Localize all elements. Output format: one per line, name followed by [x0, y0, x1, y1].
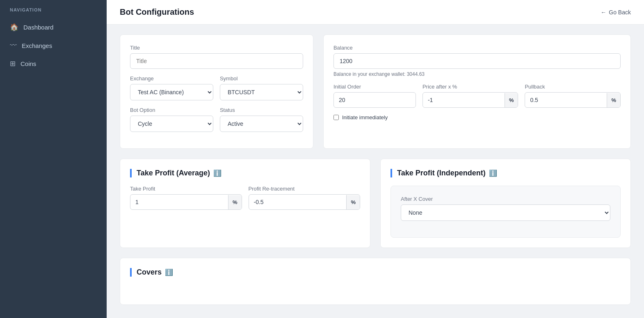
- take-profit-average-title: Take Profit (Average): [137, 169, 210, 177]
- order-price-pullback-row: Initial Order Price after x % % Pull: [333, 84, 621, 108]
- coins-icon: ⊞: [10, 59, 16, 68]
- balance-note: Balance in your exchange wallet: 3044.63: [333, 71, 621, 77]
- take-profit-average-header: Take Profit (Average) ℹ️: [130, 169, 360, 177]
- take-profit-label: Take Profit: [130, 186, 242, 192]
- take-profit-input[interactable]: [130, 195, 228, 209]
- price-after-input-wrap: %: [422, 92, 518, 108]
- pullback-input[interactable]: [525, 93, 607, 107]
- symbol-label: Symbol: [220, 75, 303, 82]
- go-back-label: Go Back: [609, 9, 631, 16]
- status-field-group: Status Active Inactive: [220, 107, 303, 132]
- title-field-group: Title: [130, 45, 303, 69]
- covers-info-icon[interactable]: ℹ️: [165, 268, 173, 276]
- config-card: Title Exchange Test AC (Binance) Symbol: [120, 34, 313, 149]
- sidebar-item-label: Exchanges: [22, 42, 52, 49]
- pullback-input-wrap: %: [525, 92, 621, 108]
- page-header: Bot Configurations ← Go Back: [107, 0, 644, 25]
- bot-option-select[interactable]: Cycle: [130, 116, 213, 132]
- symbol-select[interactable]: BTCUSDT: [220, 84, 303, 100]
- sidebar: Navigation 🏠 Dashboard 〰 Exchanges ⊞ Coi…: [0, 0, 107, 318]
- go-back-button[interactable]: ← Go Back: [601, 9, 631, 16]
- profit-retrace-suffix: %: [346, 195, 360, 209]
- title-input[interactable]: [130, 53, 303, 69]
- after-x-cover-select[interactable]: None: [401, 204, 610, 221]
- initial-order-input[interactable]: [334, 93, 416, 107]
- symbol-field-group: Symbol BTCUSDT: [220, 75, 303, 100]
- main-content: Bot Configurations ← Go Back Title Excha…: [107, 0, 644, 318]
- initiate-checkbox[interactable]: [333, 115, 339, 120]
- after-x-cover-group: After X Cover None: [401, 196, 610, 221]
- sidebar-item-dashboard[interactable]: 🏠 Dashboard: [0, 18, 107, 36]
- take-profit-independent-info-icon[interactable]: ℹ️: [489, 169, 497, 177]
- home-icon: 🏠: [10, 23, 18, 32]
- bot-option-field-group: Bot Option Cycle: [130, 107, 213, 132]
- covers-card: Covers ℹ️: [120, 258, 631, 305]
- exchange-label: Exchange: [130, 75, 213, 82]
- take-profit-group: Take Profit %: [130, 186, 242, 210]
- balance-input[interactable]: [333, 53, 621, 69]
- page-content: Title Exchange Test AC (Binance) Symbol: [107, 25, 644, 315]
- pullback-label: Pullback: [525, 84, 621, 90]
- take-profit-independent-card: Take Profit (Independent) ℹ️ After X Cov…: [380, 159, 631, 248]
- exchanges-icon: 〰: [10, 41, 17, 50]
- take-profit-independent-title: Take Profit (Independent): [397, 169, 486, 177]
- pullback-group: Pullback %: [525, 84, 621, 108]
- price-after-group: Price after x % %: [422, 84, 518, 108]
- profit-retrace-label: Profit Re-tracement: [249, 186, 361, 192]
- take-profit-suffix: %: [228, 195, 242, 209]
- take-profit-independent-header: Take Profit (Independent) ℹ️: [391, 169, 621, 177]
- take-profit-input-wrap: %: [130, 194, 242, 210]
- initial-order-group: Initial Order: [333, 84, 416, 108]
- balance-label: Balance: [333, 45, 621, 51]
- take-profit-average-info-icon[interactable]: ℹ️: [213, 169, 222, 177]
- sidebar-item-label: Dashboard: [23, 24, 53, 31]
- take-profit-row: Take Profit (Average) ℹ️ Take Profit % P…: [120, 159, 631, 248]
- after-x-cover-section: After X Cover None: [391, 186, 621, 238]
- top-row: Title Exchange Test AC (Binance) Symbol: [120, 34, 631, 149]
- exchange-field-group: Exchange Test AC (Binance): [130, 75, 213, 100]
- sidebar-item-coins[interactable]: ⊞ Coins: [0, 55, 107, 73]
- sidebar-item-label: Coins: [21, 60, 36, 67]
- title-label: Title: [130, 45, 303, 51]
- nav-label: Navigation: [0, 7, 107, 18]
- profit-retrace-input[interactable]: [249, 195, 347, 209]
- exchange-select[interactable]: Test AC (Binance): [130, 84, 213, 100]
- covers-title: Covers: [137, 268, 162, 277]
- covers-header: Covers ℹ️: [130, 268, 621, 277]
- after-x-cover-label: After X Cover: [401, 196, 610, 202]
- balance-field-group: Balance Balance in your exchange wallet:…: [333, 45, 621, 77]
- price-after-input[interactable]: [423, 93, 505, 107]
- sidebar-item-exchanges[interactable]: 〰 Exchanges: [0, 36, 107, 55]
- bot-option-label: Bot Option: [130, 107, 213, 113]
- pullback-suffix: %: [607, 93, 620, 107]
- price-after-suffix: %: [505, 93, 518, 107]
- bot-option-status-row: Bot Option Cycle Status Active Inactive: [130, 107, 303, 139]
- page-title: Bot Configurations: [120, 7, 194, 17]
- back-arrow-icon: ←: [601, 9, 606, 16]
- balance-card: Balance Balance in your exchange wallet:…: [323, 34, 631, 149]
- status-label: Status: [220, 107, 303, 113]
- take-profit-average-card: Take Profit (Average) ℹ️ Take Profit % P…: [120, 159, 370, 248]
- profit-retrace-group: Profit Re-tracement %: [249, 186, 361, 210]
- profit-retrace-input-wrap: %: [249, 194, 361, 210]
- initial-order-label: Initial Order: [333, 84, 416, 90]
- exchange-symbol-row: Exchange Test AC (Binance) Symbol BTCUSD…: [130, 75, 303, 107]
- price-after-label: Price after x %: [422, 84, 518, 90]
- initiate-checkbox-row: Initiate immediately: [333, 114, 621, 120]
- initial-order-input-wrap: [333, 92, 416, 108]
- status-select[interactable]: Active Inactive: [220, 116, 303, 132]
- take-profit-fields: Take Profit % Profit Re-tracement %: [130, 186, 360, 210]
- initiate-label: Initiate immediately: [342, 114, 388, 120]
